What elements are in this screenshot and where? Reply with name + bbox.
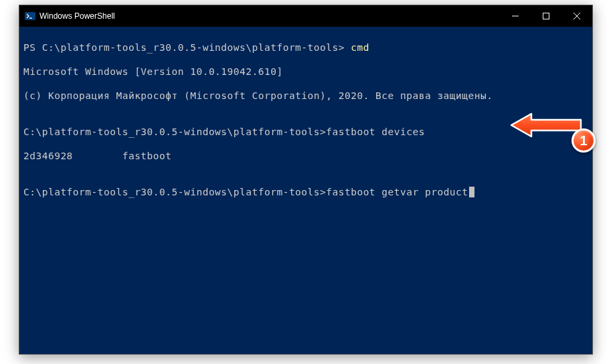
titlebar[interactable]: Windows PowerShell	[19, 5, 592, 27]
prompt-text: C:\platform-tools_r30.0.5-windows\platfo…	[23, 126, 326, 137]
close-button[interactable]	[561, 5, 592, 27]
minimize-button[interactable]	[500, 5, 531, 27]
window-title: Windows PowerShell	[39, 11, 500, 21]
output-text: (c) Корпорация Майкрософт (Microsoft Cor…	[23, 90, 588, 102]
command-text: fastboot getvar product	[326, 187, 468, 197]
command-text: cmd	[351, 42, 369, 53]
command-text: fastboot devices	[326, 126, 425, 137]
powershell-window: Windows PowerShell PS C:\platform-tools_…	[19, 5, 593, 355]
window-controls	[500, 5, 592, 27]
cursor-icon	[469, 187, 474, 197]
maximize-button[interactable]	[531, 5, 561, 27]
terminal-content[interactable]: PS C:\platform-tools_r30.0.5-windows\pla…	[19, 27, 592, 225]
output-text: Microsoft Windows [Version 10.0.19042.61…	[23, 66, 588, 78]
output-text: 2d346928 fastboot	[23, 150, 588, 162]
prompt-text: C:\platform-tools_r30.0.5-windows\platfo…	[23, 187, 326, 197]
svg-rect-0	[25, 12, 35, 20]
svg-rect-1	[543, 13, 549, 19]
powershell-icon	[25, 11, 35, 21]
prompt-text: PS C:\platform-tools_r30.0.5-windows\pla…	[23, 42, 351, 53]
